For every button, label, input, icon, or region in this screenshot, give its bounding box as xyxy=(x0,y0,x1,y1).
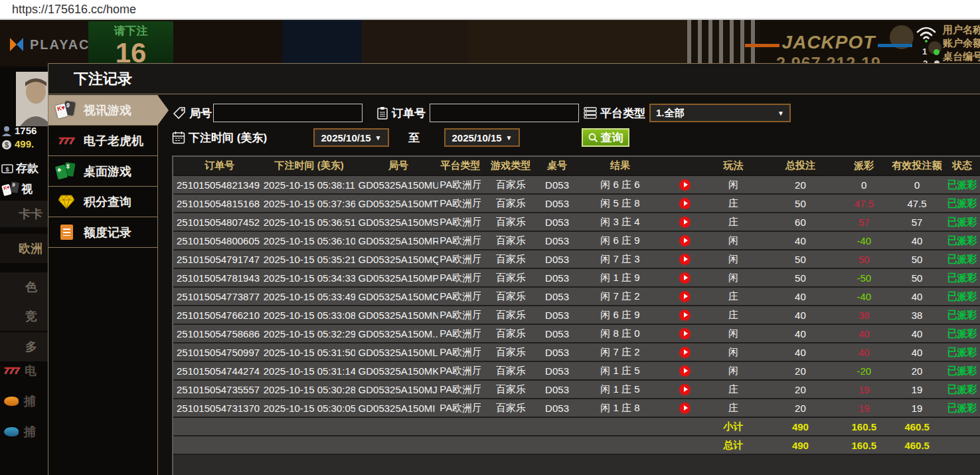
table-header-row: 订单号 下注时间 (美东) 局号 平台类型 游戏类型 桌号 结果 玩法 总投注 … xyxy=(173,157,980,176)
play-result-button[interactable] xyxy=(679,347,691,358)
header-payout: 派彩 xyxy=(837,159,890,172)
round-number-input[interactable] xyxy=(213,104,363,122)
tab-slots[interactable]: 777 电子老虎机 xyxy=(48,126,157,156)
browser-address-bar[interactable]: https://175616.cc/home xyxy=(0,0,980,20)
bet-time-cell: 2025-10-15 05:36:10 xyxy=(262,235,355,246)
round-cell: GD05325A150MQ xyxy=(355,254,439,265)
tab-credit-records[interactable]: 额度记录 xyxy=(48,217,157,248)
status-cell: 已派彩 xyxy=(943,290,980,303)
play-icon xyxy=(684,256,688,262)
header-valid-bet: 有效投注额 xyxy=(890,159,943,172)
play-result-button[interactable] xyxy=(679,217,691,228)
table-row: 2510150547662102025-10-15 05:33:08GD0532… xyxy=(173,306,980,325)
header-play-type: 玩法 xyxy=(704,159,764,172)
date-from-select[interactable]: 2025/10/15 ▼ xyxy=(313,128,389,147)
order-cell: 251015054758686 xyxy=(173,328,262,339)
deposit-button[interactable]: $ 存款 xyxy=(1,161,39,176)
table-row: 2510150547819432025-10-15 05:34:33GD0532… xyxy=(173,269,980,288)
order-cell: 251015054773877 xyxy=(173,291,262,302)
platform-cell: PA欧洲厅 xyxy=(438,328,481,340)
platform-type-value: 1.全部 xyxy=(656,107,685,120)
valid-bet-cell: 40 xyxy=(890,347,943,358)
modal-sidebar: K♥9 视讯游戏 777 电子老虎机 ♣$ 桌面游戏 xyxy=(48,95,158,475)
play-result-button[interactable] xyxy=(679,310,691,321)
to-label: 至 xyxy=(408,128,420,147)
header-bet-time: 下注时间 (美东) xyxy=(262,159,355,172)
chevron-down-icon: ▼ xyxy=(777,110,784,117)
table-cell: D053 xyxy=(540,328,574,339)
date-to-select[interactable]: 2025/10/15 ▼ xyxy=(444,128,520,147)
valid-bet-cell: 20 xyxy=(890,365,943,377)
order-cell: 251015054766210 xyxy=(173,310,262,321)
payout-cell: 50 xyxy=(837,254,890,265)
valid-bet-cell: 19 xyxy=(890,403,943,414)
bet-time-cell: 2025-10-15 05:30:28 xyxy=(262,384,355,395)
play-type-cell: 庄 xyxy=(704,197,764,210)
play-result-button[interactable] xyxy=(679,272,691,284)
play-cell xyxy=(667,403,704,414)
platform-type-select[interactable]: 1.全部 ▼ xyxy=(649,104,791,122)
total-bet-cell: 20 xyxy=(764,179,838,191)
table-row: 2510150547313702025-10-15 05:30:05GD0532… xyxy=(173,399,980,418)
tab-video-games[interactable]: K♥9 视讯游戏 xyxy=(48,95,157,126)
table-games-icon: ♣$ xyxy=(55,161,78,181)
table-cell: D053 xyxy=(540,310,574,321)
url-text: https://175616.cc/home xyxy=(12,3,136,17)
play-cell xyxy=(667,179,704,191)
play-result-button[interactable] xyxy=(679,403,691,414)
play-icon xyxy=(684,405,688,411)
banner-decor xyxy=(282,20,362,66)
table-cell: D053 xyxy=(540,291,574,302)
video-menu-label: 视 xyxy=(21,181,33,197)
play-result-button[interactable] xyxy=(679,198,691,209)
tab-label: 电子老虎机 xyxy=(84,133,143,149)
betting-records-modal: 下注记录 K♥9 视讯游戏 777 电子老虎机 ♣$ 桌面游戏 xyxy=(48,63,980,475)
bet-time-cell: 2025-10-15 05:36:51 xyxy=(262,217,355,228)
payout-cell: 19 xyxy=(837,384,890,395)
status-cell: 已派彩 xyxy=(943,346,980,359)
tab-points-query[interactable]: 积分查询 xyxy=(48,187,157,217)
bet-time-cell: 2025-10-15 05:35:21 xyxy=(262,254,355,265)
play-result-button[interactable] xyxy=(679,384,691,395)
user-id-row: 1756 xyxy=(1,125,37,136)
search-button[interactable]: 查询 xyxy=(582,128,629,147)
table-row: 2510150548006052025-10-15 05:36:10GD0532… xyxy=(173,232,980,250)
game-type-cell: 百家乐 xyxy=(481,346,540,359)
balance-row: $ 499. xyxy=(1,138,34,149)
bet-countdown-value: 16 xyxy=(88,39,173,66)
video-line-1[interactable]: 1 xyxy=(922,47,927,56)
line-1-status-dot xyxy=(934,49,939,55)
deposit-label: 存款 xyxy=(16,161,39,176)
play-icon xyxy=(684,312,688,318)
header-game-type: 游戏类型 xyxy=(481,159,540,172)
play-result-button[interactable] xyxy=(679,254,691,265)
status-cell: 已派彩 xyxy=(943,216,980,229)
play-result-button[interactable] xyxy=(679,291,691,302)
play-result-button[interactable] xyxy=(679,179,691,191)
search-icon xyxy=(588,133,598,143)
play-icon xyxy=(684,275,688,280)
video-menu-fragment[interactable]: K♥ 9 视 xyxy=(1,181,33,197)
menu-fragment-7[interactable]: 捕 xyxy=(4,424,36,440)
table-cell: D053 xyxy=(540,403,574,414)
table-row: 2510150548151682025-10-15 05:37:36GD0532… xyxy=(173,195,980,213)
play-result-button[interactable] xyxy=(679,328,691,339)
tab-table-games[interactable]: ♣$ 桌面游戏 xyxy=(48,156,157,187)
game-type-cell: 百家乐 xyxy=(481,272,540,284)
play-cell xyxy=(667,365,704,377)
menu-fragment-5[interactable]: 777 电 xyxy=(4,363,37,379)
game-type-cell: 百家乐 xyxy=(481,216,540,229)
order-cell: 251015054781943 xyxy=(173,272,262,284)
menu-fragment-6[interactable]: 捕 xyxy=(4,393,36,409)
play-result-button[interactable] xyxy=(679,365,691,377)
tab-label: 额度记录 xyxy=(84,225,131,240)
play-type-cell: 闲 xyxy=(704,253,764,266)
order-cell: 251015054821349 xyxy=(173,179,262,191)
total-bet-cell: 40 xyxy=(764,347,838,358)
play-type-cell: 闲 xyxy=(704,272,764,284)
play-result-button[interactable] xyxy=(679,235,691,246)
order-number-input[interactable] xyxy=(430,104,579,122)
status-cell: 已派彩 xyxy=(943,383,980,396)
subtotal-total-bet: 490 xyxy=(764,421,838,432)
total-bet-cell: 20 xyxy=(764,403,838,414)
